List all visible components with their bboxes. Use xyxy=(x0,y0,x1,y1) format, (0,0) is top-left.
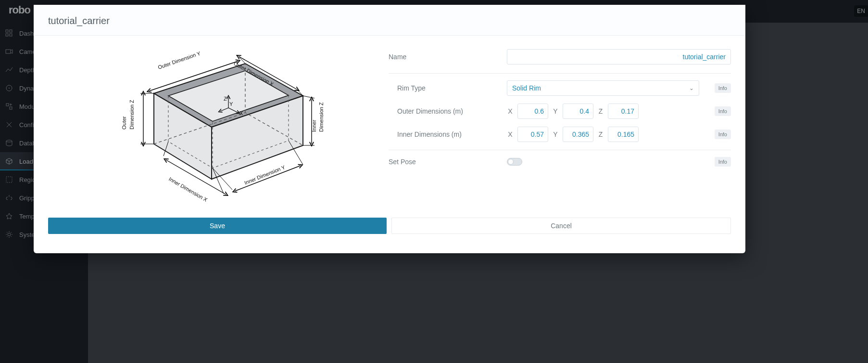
axis-y-label: Y xyxy=(552,130,559,138)
save-button[interactable]: Save xyxy=(48,218,387,234)
axis-x-label: X xyxy=(507,107,514,115)
rim-type-info-button[interactable]: Info xyxy=(715,83,731,93)
set-pose-toggle[interactable] xyxy=(507,158,522,166)
rim-type-value: Solid Rim xyxy=(512,84,541,92)
toggle-knob xyxy=(508,159,514,165)
form-column: Name Rim Type Solid Rim ⌄ Info Outer Dim… xyxy=(389,45,731,209)
name-row: Name xyxy=(389,45,731,74)
svg-text:Dimension Z: Dimension Z xyxy=(129,100,135,130)
inner-info-button[interactable]: Info xyxy=(715,130,731,139)
rim-type-label: Rim Type xyxy=(389,84,499,92)
cancel-button[interactable]: Cancel xyxy=(391,218,731,234)
outer-x-input[interactable] xyxy=(517,104,548,119)
set-pose-row: Set Pose Info xyxy=(389,153,731,170)
outer-z-input[interactable] xyxy=(608,104,639,119)
outer-y-input[interactable] xyxy=(563,104,593,119)
inner-z-input[interactable] xyxy=(608,127,639,142)
modal-body: Z X Y Outer Dimen xyxy=(34,36,745,214)
svg-text:Dimension Z: Dimension Z xyxy=(318,102,324,132)
chevron-down-icon: ⌄ xyxy=(689,85,694,91)
carrier-modal: tutorial_carrier xyxy=(34,5,745,253)
diagram-label-inner-x: Inner Dimension X xyxy=(168,176,209,203)
rim-type-row: Rim Type Solid Rim ⌄ Info xyxy=(389,77,731,100)
inner-dim-row: Inner Dimensions (m) X Y Z Info xyxy=(389,123,731,150)
modal-title: tutorial_carrier xyxy=(34,5,745,36)
name-input[interactable] xyxy=(507,49,731,65)
inner-x-input[interactable] xyxy=(517,127,548,142)
diagram-axis-x: X xyxy=(239,110,243,116)
axis-z-label: Z xyxy=(597,107,604,115)
inner-y-input[interactable] xyxy=(563,127,593,142)
axis-y-label: Y xyxy=(552,107,559,115)
diagram-label-outer-y: Outer Dimension Y xyxy=(157,50,201,70)
inner-dim-label: Inner Dimensions (m) xyxy=(389,130,499,138)
dimension-diagram: Z X Y Outer Dimen xyxy=(48,45,375,209)
axis-x-label: X xyxy=(507,130,514,138)
svg-text:Inner: Inner xyxy=(311,120,317,132)
diagram-label-inner-y: Inner Dimension Y xyxy=(243,164,286,186)
diagram-axis-z: Z xyxy=(224,96,227,102)
rim-type-select[interactable]: Solid Rim ⌄ xyxy=(507,80,699,96)
svg-text:Outer: Outer xyxy=(121,116,127,130)
outer-info-button[interactable]: Info xyxy=(715,106,731,116)
pose-info-button[interactable]: Info xyxy=(715,157,731,167)
modal-footer: Save Cancel xyxy=(34,214,745,253)
outer-dim-label: Outer Dimensions (m) xyxy=(389,107,499,115)
axis-z-label: Z xyxy=(597,130,604,138)
set-pose-label: Set Pose xyxy=(389,158,499,166)
diagram-axis-y: Y xyxy=(229,101,233,107)
outer-dim-row: Outer Dimensions (m) X Y Z Info xyxy=(389,100,731,123)
name-label: Name xyxy=(389,53,499,61)
